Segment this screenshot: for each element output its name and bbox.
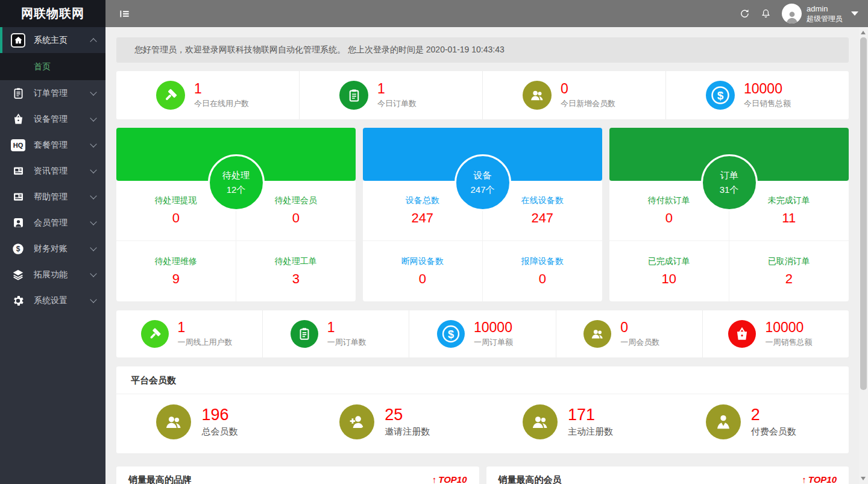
panel-title: 平台会员数 [116, 366, 849, 394]
stat-label: 一周销售总额 [765, 337, 823, 348]
chevron-down-icon [90, 296, 96, 303]
chevron-down-icon [90, 166, 96, 173]
pending-circle-badge: 待处理 12个 [208, 154, 265, 211]
stat-value: 10000 [474, 320, 528, 335]
chevron-down-icon [90, 244, 96, 251]
sidebar-item-members[interactable]: 会员管理 [0, 210, 105, 236]
scrollbar-thumb[interactable] [860, 37, 867, 390]
stat-paid-members[interactable]: 2 付费会员数 [665, 404, 849, 439]
stat-value: 10000 [765, 320, 823, 335]
cell-value: 10 [662, 271, 676, 287]
cell-label: 断网设备数 [401, 256, 444, 267]
stat-value: 0 [561, 81, 626, 96]
clipboard-icon [291, 320, 318, 348]
basket-icon [728, 320, 756, 348]
sidebar-subitem-index[interactable]: 首页 [0, 53, 105, 80]
stat-value: 196 [201, 406, 259, 423]
stat-total-members[interactable]: 196 总会员数 [116, 404, 300, 439]
dollar-icon: $ [706, 81, 735, 110]
stat-value: 2 [751, 406, 809, 423]
cell-value: 0 [172, 210, 180, 226]
finance-icon: $ [11, 242, 25, 256]
chevron-down-icon [90, 89, 96, 95]
scroll-down-icon[interactable] [861, 477, 866, 480]
order-icon [11, 86, 25, 101]
stat-today-sales[interactable]: $ 10000 今日销售总额 [666, 71, 849, 119]
stat-label: 总会员数 [201, 426, 259, 438]
cell-value: 0 [539, 271, 546, 287]
sidebar-item-packages[interactable]: HQ 套餐管理 [0, 132, 105, 158]
pending-tickets-cell[interactable]: 待处理工单 3 [236, 241, 356, 301]
stat-week-members[interactable]: 0 一周会员数 [556, 310, 703, 357]
pending-repairs-cell[interactable]: 待处理维修 9 [116, 241, 236, 301]
sidebar-item-label: 会员管理 [34, 218, 91, 228]
cell-label: 待处理工单 [275, 256, 317, 267]
sidebar-item-home[interactable]: 系统主页 [0, 27, 105, 53]
stat-today-online-users[interactable]: 1 今日在线用户数 [116, 71, 300, 119]
refresh-icon[interactable] [740, 8, 750, 19]
sidebar-collapse-icon[interactable] [119, 8, 131, 20]
user-menu-caret-icon[interactable] [851, 11, 858, 16]
arrow-up-icon: ↑ [802, 474, 807, 484]
devices-fault-cell[interactable]: 报障设备数 0 [483, 241, 603, 301]
sidebar-item-news[interactable]: 资讯管理 [0, 158, 105, 184]
user-info[interactable]: admin 超级管理员 [807, 4, 843, 24]
chevron-down-icon [90, 218, 96, 225]
scrollbar[interactable] [859, 27, 868, 484]
stat-label: 一周订单数 [327, 337, 382, 348]
sidebar-item-extensions[interactable]: 拓展功能 [0, 262, 105, 288]
stat-label: 今日新增会员数 [561, 98, 626, 109]
devices-offline-cell[interactable]: 断网设备数 0 [363, 241, 483, 301]
avatar[interactable] [782, 4, 802, 24]
bell-icon[interactable] [761, 8, 771, 19]
orders-overview-card: 订单 31个 待付款订单 0 未完成订单 11 已完成订单 10 已取消订单 [609, 128, 849, 301]
sidebar-item-devices[interactable]: 设备管理 [0, 106, 105, 132]
sidebar-item-label: 套餐管理 [34, 140, 91, 151]
cell-label: 在线设备数 [521, 195, 564, 206]
device-icon [11, 112, 25, 127]
stat-week-online-users[interactable]: 1 一周线上用户数 [116, 310, 263, 357]
app-logo: 网联物联网 [0, 0, 105, 27]
svg-text:$: $ [717, 89, 724, 102]
stat-week-order-amount[interactable]: $ 10000 一周订单额 [409, 310, 556, 357]
cell-label: 待付款订单 [648, 195, 690, 206]
stat-today-new-members[interactable]: 0 今日新增会员数 [483, 71, 666, 119]
sidebar-item-settings[interactable]: 系统设置 [0, 288, 105, 313]
stat-label: 邀请注册数 [385, 426, 442, 438]
sidebar-item-finance[interactable]: $ 财务对账 [0, 236, 105, 262]
top-members-panel: 销量最高的会员 ↑ TOP10 [486, 467, 849, 484]
stat-label: 今日在线用户数 [194, 98, 259, 109]
scroll-up-icon[interactable] [861, 31, 866, 34]
stat-value: 171 [568, 406, 626, 423]
panel-title: 销量最高的会员 [498, 474, 562, 484]
cell-label: 待处理提现 [155, 195, 197, 206]
stat-week-sales[interactable]: 10000 一周销售总额 [703, 310, 849, 357]
dollar-icon: $ [437, 320, 465, 348]
orders-completed-cell[interactable]: 已完成订单 10 [609, 241, 729, 301]
cell-label: 已取消订单 [768, 256, 810, 267]
stat-week-orders[interactable]: 1 一周订单数 [263, 310, 409, 357]
orders-cancelled-cell[interactable]: 已取消订单 2 [729, 241, 849, 301]
bottom-row: 销量最高的品牌 ↑ TOP10 销量最高的会员 ↑ TOP10 [116, 467, 849, 484]
stat-value: 1 [327, 320, 382, 335]
svg-text:$: $ [448, 328, 454, 341]
stat-today-orders[interactable]: 1 今日订单数 [300, 71, 483, 119]
member-add-icon [339, 404, 374, 439]
sidebar-item-label: 系统设置 [34, 295, 91, 306]
devices-circle-badge: 设备 247个 [454, 154, 511, 211]
sidebar-item-orders[interactable]: 订单管理 [0, 80, 105, 106]
stat-value: 10000 [744, 81, 809, 96]
circle-count: 31个 [720, 183, 739, 197]
stat-self-registrations[interactable]: 171 主动注册数 [483, 404, 666, 439]
overview-row: 待处理 12个 待处理提现 0 待处理会员 0 待处理维修 9 待处理工单 [116, 128, 849, 301]
sidebar-item-help[interactable]: 帮助管理 [0, 184, 105, 210]
cell-label: 待处理维修 [155, 256, 197, 267]
stat-invited-registrations[interactable]: 25 邀请注册数 [300, 404, 483, 439]
arrow-up-icon: ↑ [432, 474, 437, 484]
user-role: 超级管理员 [807, 14, 843, 24]
cell-value: 9 [172, 271, 180, 287]
circle-title: 订单 [720, 168, 738, 183]
members-icon [523, 404, 558, 439]
member-icon [11, 216, 25, 230]
settings-icon [11, 294, 25, 308]
